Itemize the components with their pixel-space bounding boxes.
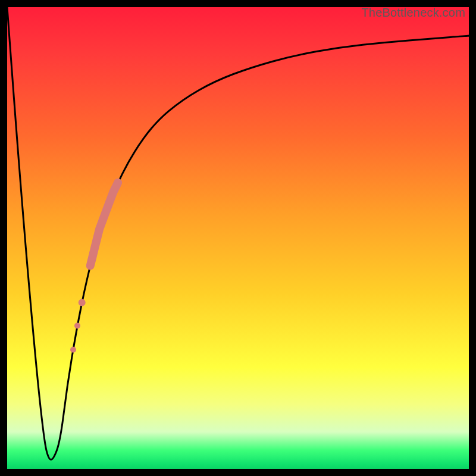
chart-stage: TheBottleneck.com: [0, 0, 476, 476]
highlight-dot: [70, 347, 76, 353]
chart-plot-area: TheBottleneck.com: [7, 7, 469, 469]
highlight-dot: [79, 299, 86, 306]
watermark-text: TheBottleneck.com: [361, 6, 465, 20]
highlight-dot: [74, 322, 80, 328]
highlight-band-path: [90, 183, 118, 266]
highlight-dot-group: [70, 299, 86, 353]
chart-svg: [7, 7, 469, 469]
bottleneck-curve-path: [7, 7, 469, 460]
